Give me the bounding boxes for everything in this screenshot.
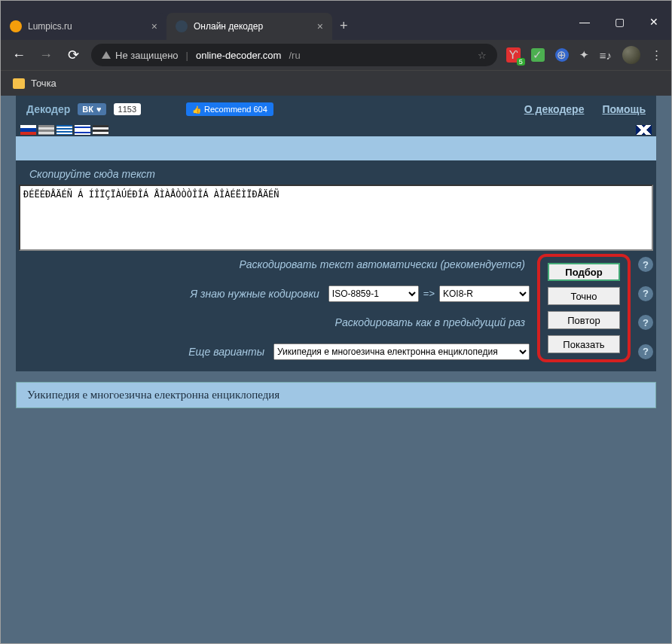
flag-uk-icon[interactable] bbox=[636, 125, 652, 135]
page-content: Декодер ВК♥ 1153 Recommend 604 О декодер… bbox=[1, 96, 671, 644]
flag-icon[interactable] bbox=[93, 125, 108, 135]
brand-label: Декодер bbox=[26, 103, 70, 115]
show-variants-button[interactable]: Показать bbox=[548, 335, 620, 353]
new-tab-button[interactable]: + bbox=[340, 18, 348, 34]
minimize-button[interactable]: — bbox=[567, 10, 602, 34]
repeat-decode-button[interactable]: Повтор bbox=[548, 311, 620, 329]
reload-button[interactable]: ⟳ bbox=[64, 47, 82, 63]
favicon-decoder bbox=[176, 20, 188, 32]
arrow-icon: => bbox=[423, 288, 435, 299]
auto-decode-button[interactable]: Подбор bbox=[548, 263, 620, 281]
repeat-label: Раскодировать как в предыдущий раз bbox=[335, 316, 530, 328]
variants-select[interactable]: Уикипедия е многоезична електронна енцик… bbox=[273, 343, 530, 360]
star-icon[interactable]: ☆ bbox=[478, 50, 487, 61]
site-header: Декодер ВК♥ 1153 Recommend 604 О декодер… bbox=[16, 96, 656, 123]
maximize-button[interactable]: ▢ bbox=[602, 10, 637, 34]
extensions-icon[interactable]: ✦ bbox=[579, 48, 589, 62]
decoder-panel: Скопируйте сюда текст ÐÉËÉÐÅÄÉÑ Á ÍÎÏÇÏÀ… bbox=[16, 160, 656, 371]
tab-title: Онлайн декодер bbox=[194, 21, 263, 32]
browser-toolbar: ← → ⟳ Не защищено | online-decoder.com/r… bbox=[1, 40, 671, 70]
action-buttons-highlight: Подбор Точно Повтор Показать bbox=[537, 254, 631, 362]
playlist-icon[interactable]: ≡♪ bbox=[600, 49, 612, 62]
security-text: Не защищено bbox=[115, 50, 179, 61]
tab-lumpics[interactable]: Lumpics.ru × bbox=[1, 13, 166, 40]
warning-icon bbox=[102, 51, 111, 59]
url-host: online-decoder.com bbox=[196, 50, 281, 61]
extension-badge[interactable]: Ƴ bbox=[506, 47, 521, 63]
tab-decoder[interactable]: Онлайн декодер × bbox=[166, 13, 332, 40]
input-tab-label: Скопируйте сюда текст bbox=[19, 163, 166, 185]
check-extension-icon[interactable]: ✓ bbox=[531, 48, 545, 62]
encoding-from-select[interactable]: ISO-8859-1 bbox=[328, 285, 419, 302]
flag-gr-icon[interactable] bbox=[57, 125, 72, 135]
help-icon[interactable]: ? bbox=[638, 257, 653, 272]
close-icon[interactable]: × bbox=[317, 20, 323, 32]
bookmarks-bar: Точка bbox=[1, 70, 671, 96]
help-icon[interactable]: ? bbox=[638, 286, 653, 301]
vk-share-button[interactable]: ВК♥ bbox=[78, 103, 105, 115]
decode-input[interactable]: ÐÉËÉÐÅÄÉÑ Á ÍÎÏÇÏÀÚÉÐÎÁ ÅÌÀÅÒÒÒÎÎÁ ÀÎÀÉË… bbox=[19, 185, 653, 251]
bookmark-item[interactable]: Точка bbox=[31, 78, 57, 89]
exact-decode-button[interactable]: Точно bbox=[548, 287, 620, 305]
separator: | bbox=[186, 50, 188, 61]
back-button[interactable]: ← bbox=[10, 47, 28, 63]
favicon-lumpics bbox=[10, 20, 22, 32]
security-indicator[interactable]: Не защищено bbox=[102, 50, 179, 61]
titlebar: Lumpics.ru × Онлайн декодер × + — ▢ ✕ bbox=[1, 1, 671, 40]
url-path: /ru bbox=[289, 50, 300, 61]
flag-ru-icon[interactable] bbox=[20, 125, 36, 135]
flag-icon[interactable] bbox=[38, 125, 54, 135]
variants-label: Еще варианты bbox=[188, 346, 269, 358]
language-flags bbox=[16, 123, 656, 136]
vk-count: 1153 bbox=[114, 103, 141, 115]
close-window-button[interactable]: ✕ bbox=[637, 10, 671, 34]
forward-button[interactable]: → bbox=[37, 47, 55, 63]
globe-extension-icon[interactable]: ⊕ bbox=[555, 48, 569, 62]
fb-recommend-button[interactable]: Recommend 604 bbox=[186, 102, 273, 116]
close-icon[interactable]: × bbox=[151, 20, 157, 32]
result-output: Уикипедия е многоезична електронна енцик… bbox=[16, 382, 656, 408]
header-band bbox=[16, 136, 656, 160]
help-icon[interactable]: ? bbox=[638, 315, 653, 330]
help-icon[interactable]: ? bbox=[638, 344, 653, 359]
encoding-to-select[interactable]: KOI8-R bbox=[439, 285, 530, 302]
encodings-label: Я знаю нужные кодировки bbox=[191, 288, 324, 300]
auto-label: Раскодировать текст автоматически (реком… bbox=[239, 258, 530, 270]
profile-avatar[interactable] bbox=[622, 46, 640, 64]
url-bar[interactable]: Не защищено | online-decoder.com/ru ☆ bbox=[91, 44, 497, 66]
tab-title: Lumpics.ru bbox=[28, 21, 72, 32]
about-link[interactable]: О декодере bbox=[524, 103, 585, 115]
folder-icon bbox=[13, 78, 25, 89]
help-link[interactable]: Помощь bbox=[602, 103, 646, 115]
flag-il-icon[interactable] bbox=[75, 125, 90, 135]
menu-icon[interactable]: ⋮ bbox=[651, 48, 662, 62]
